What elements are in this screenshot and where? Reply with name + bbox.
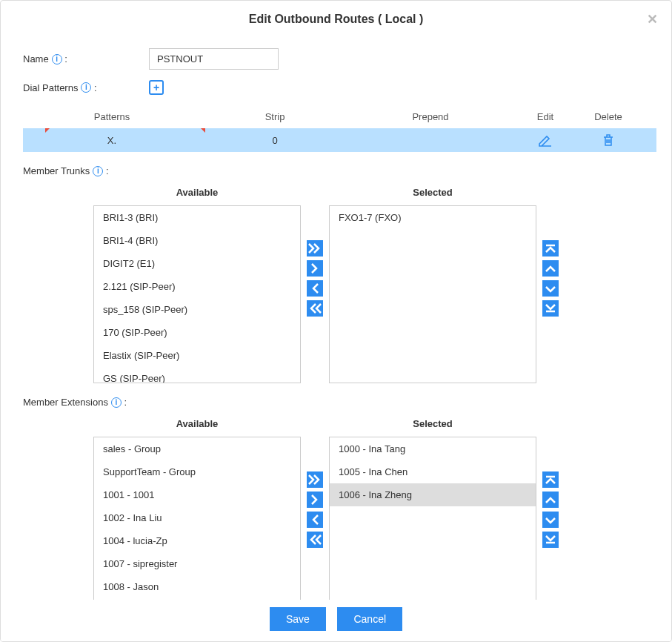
save-button[interactable]: Save — [270, 607, 326, 631]
col-header-strip: Strip — [201, 111, 349, 122]
extensions-selected-list[interactable]: 1000 - Ina Tang1005 - Ina Chen1006 - Ina… — [329, 437, 536, 603]
move-left-button[interactable] — [307, 512, 323, 528]
move-all-right-button[interactable] — [307, 471, 323, 488]
list-item[interactable]: BRI1-4 (BRI) — [94, 229, 300, 252]
list-item[interactable]: 1007 - sipregister — [94, 552, 300, 575]
move-bottom-button[interactable] — [542, 532, 559, 548]
list-item[interactable]: 1001 - 1001 — [94, 483, 300, 506]
trunks-available-column: Available BRI1-3 (BRI)BRI1-4 (BRI)DIGIT2… — [93, 182, 301, 383]
edit-outbound-routes-dialog: Edit Outbound Routes ( Local ) ✕ Name i … — [0, 0, 672, 642]
member-trunks-picker: Available BRI1-3 (BRI)BRI1-4 (BRI)DIGIT2… — [93, 182, 656, 383]
extensions-order-buttons — [542, 471, 559, 548]
info-icon[interactable]: i — [111, 397, 122, 408]
dialog-header: Edit Outbound Routes ( Local ) ✕ — [1, 1, 671, 33]
extensions-move-buttons — [307, 471, 323, 548]
trunks-available-list[interactable]: BRI1-3 (BRI)BRI1-4 (BRI)DIGIT2 (E1)2.121… — [93, 205, 301, 383]
cell-patterns: X. — [23, 135, 201, 146]
list-item[interactable]: sps_158 (SIP-Peer) — [94, 298, 300, 321]
patterns-table-header: Patterns Strip Prepend Edit Delete — [23, 105, 656, 128]
required-marker-icon — [45, 128, 50, 133]
list-item[interactable]: FXO1-7 (FXO) — [330, 206, 536, 229]
list-item[interactable]: 1002 - Ina Liu — [94, 506, 300, 529]
cancel-button[interactable]: Cancel — [337, 607, 402, 631]
dial-patterns-label: Dial Patterns i : — [23, 82, 149, 93]
add-pattern-button[interactable]: + — [149, 80, 164, 95]
move-right-button[interactable] — [307, 492, 323, 508]
selected-title: Selected — [329, 182, 536, 205]
trunks-order-buttons — [542, 240, 559, 317]
move-top-button[interactable] — [542, 240, 559, 257]
member-extensions-label: Member Extensions i : — [23, 397, 656, 408]
move-all-left-button[interactable] — [307, 300, 323, 317]
extensions-available-column: Available sales - GroupSupportTeam - Gro… — [93, 414, 301, 603]
move-up-button[interactable] — [542, 492, 559, 508]
list-item[interactable]: 1006 - Ina Zheng — [330, 483, 536, 506]
list-item[interactable]: 170 (SIP-Peer) — [94, 321, 300, 344]
name-row: Name i : — [23, 48, 656, 70]
dial-patterns-row: Dial Patterns i : + — [23, 80, 656, 95]
move-left-button[interactable] — [307, 280, 323, 297]
required-marker-icon — [201, 128, 205, 133]
selected-title: Selected — [329, 414, 536, 437]
edit-icon[interactable] — [538, 133, 553, 145]
list-item[interactable]: BRI1-3 (BRI) — [94, 206, 300, 229]
list-item[interactable]: 1005 - Ina Chen — [330, 460, 536, 483]
list-item[interactable]: 1004 - lucia-Zp — [94, 529, 300, 552]
list-item[interactable]: DIGIT2 (E1) — [94, 252, 300, 275]
dialog-title: Edit Outbound Routes ( Local ) — [249, 13, 424, 25]
extensions-selected-column: Selected 1000 - Ina Tang1005 - Ina Chen1… — [329, 414, 536, 603]
name-label: Name i : — [23, 53, 149, 64]
info-icon[interactable]: i — [52, 54, 62, 64]
list-item[interactable]: 1000 - Ina Tang — [330, 437, 536, 460]
list-item[interactable]: Elastix (SIP-Peer) — [94, 344, 300, 367]
info-icon[interactable]: i — [93, 166, 103, 176]
move-top-button[interactable] — [542, 471, 559, 488]
member-extensions-picker: Available sales - GroupSupportTeam - Gro… — [93, 414, 656, 603]
list-item[interactable]: 1008 - Jason — [94, 575, 300, 598]
move-bottom-button[interactable] — [542, 300, 559, 317]
cell-strip: 0 — [201, 135, 349, 146]
move-right-button[interactable] — [307, 260, 323, 277]
dialog-footer: Save Cancel — [1, 600, 671, 641]
list-item[interactable]: SupportTeam - Group — [94, 460, 300, 483]
name-input[interactable] — [149, 48, 279, 70]
trunks-selected-list[interactable]: FXO1-7 (FXO) — [329, 205, 536, 383]
dialog-body: Name i : Dial Patterns i : + Patterns St… — [1, 36, 671, 603]
move-all-right-button[interactable] — [307, 240, 323, 257]
info-icon[interactable]: i — [81, 82, 91, 93]
col-header-edit: Edit — [512, 111, 579, 122]
col-header-prepend: Prepend — [349, 111, 512, 122]
trunks-selected-column: Selected FXO1-7 (FXO) — [329, 182, 536, 383]
move-all-left-button[interactable] — [307, 532, 323, 548]
available-title: Available — [93, 182, 301, 205]
move-up-button[interactable] — [542, 260, 559, 277]
list-item[interactable]: 2.121 (SIP-Peer) — [94, 275, 300, 298]
patterns-table: Patterns Strip Prepend Edit Delete X. 0 — [23, 105, 656, 152]
list-item[interactable]: GS (SIP-Peer) — [94, 367, 300, 383]
close-icon[interactable]: ✕ — [647, 11, 658, 27]
list-item[interactable]: sales - Group — [94, 437, 300, 460]
col-header-delete: Delete — [579, 111, 638, 122]
move-down-button[interactable] — [542, 280, 559, 297]
member-trunks-label: Member Trunks i : — [23, 165, 656, 176]
delete-icon[interactable] — [601, 133, 616, 145]
move-down-button[interactable] — [542, 512, 559, 528]
available-title: Available — [93, 414, 301, 437]
extensions-available-list[interactable]: sales - GroupSupportTeam - Group1001 - 1… — [93, 437, 301, 603]
col-header-patterns: Patterns — [23, 111, 201, 122]
patterns-table-row[interactable]: X. 0 — [23, 128, 656, 152]
trunks-move-buttons — [307, 240, 323, 317]
